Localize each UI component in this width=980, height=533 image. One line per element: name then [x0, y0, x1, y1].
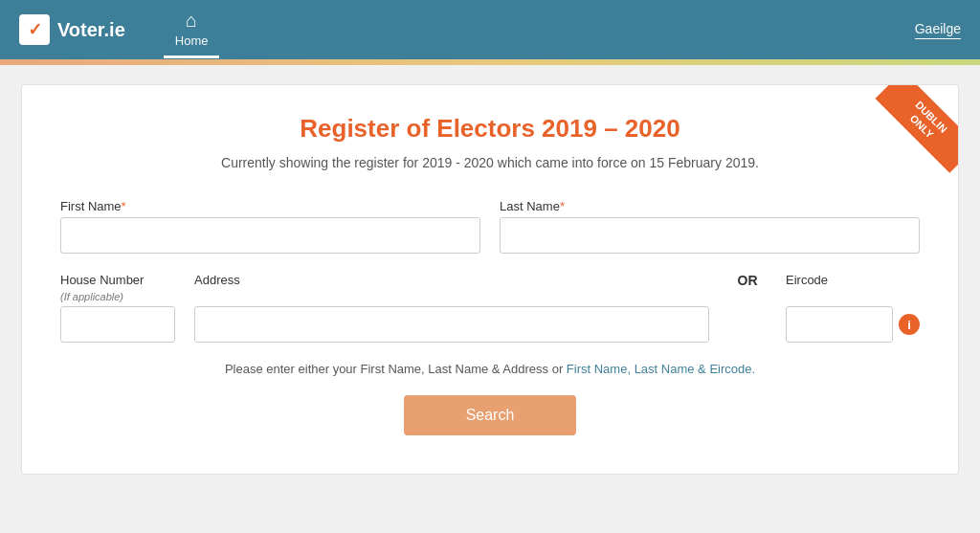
- header: ✓ Voter.ie ⌂ Home Gaeilge: [0, 0, 980, 59]
- nav-home[interactable]: ⌂ Home: [164, 2, 220, 58]
- address-group: Address: [194, 273, 709, 343]
- eircode-input[interactable]: [786, 306, 893, 343]
- eircode-label: Eircode: [786, 273, 920, 287]
- name-row: First Name* Last Name*: [60, 199, 920, 254]
- house-number-input[interactable]: [60, 306, 175, 343]
- language-switch[interactable]: Gaeilge: [915, 21, 961, 39]
- house-number-group: House Number (If applicable): [60, 273, 175, 343]
- page-subtitle: Currently showing the register for 2019 …: [60, 155, 920, 170]
- logo-icon: ✓: [19, 14, 50, 45]
- home-icon: ⌂: [186, 10, 197, 32]
- house-number-label: House Number: [60, 273, 175, 287]
- search-button[interactable]: Search: [404, 395, 576, 435]
- house-number-sublabel: (If applicable): [60, 291, 175, 302]
- first-name-group: First Name*: [60, 199, 480, 254]
- page-title: Register of Electors 2019 – 2020: [60, 114, 920, 144]
- first-name-label: First Name*: [60, 199, 480, 213]
- address-row: House Number (If applicable) Address OR …: [60, 273, 920, 343]
- address-label: Address: [194, 273, 709, 287]
- eircode-group: Eircode i: [786, 273, 920, 343]
- info-icon[interactable]: i: [899, 314, 920, 335]
- logo-area: ✓ Voter.ie: [19, 14, 125, 45]
- dublin-ribbon: DUBLIN ONLY: [862, 85, 958, 181]
- hint-text: Please enter either your First Name, Las…: [60, 362, 920, 376]
- home-label: Home: [175, 33, 209, 48]
- hint-link[interactable]: First Name, Last Name & Eircode.: [567, 362, 755, 376]
- last-name-label: Last Name*: [500, 199, 920, 213]
- last-name-group: Last Name*: [500, 199, 920, 254]
- main-area: DUBLIN ONLY Register of Electors 2019 – …: [0, 65, 980, 494]
- last-name-input[interactable]: [500, 217, 920, 254]
- main-card: DUBLIN ONLY Register of Electors 2019 – …: [21, 84, 959, 475]
- ribbon-text: DUBLIN ONLY: [876, 85, 958, 173]
- first-name-input[interactable]: [60, 217, 480, 254]
- logo-text: Voter.ie: [57, 19, 125, 41]
- eircode-input-row: i: [786, 306, 920, 343]
- address-input[interactable]: [194, 306, 709, 343]
- or-divider: OR: [728, 273, 767, 296]
